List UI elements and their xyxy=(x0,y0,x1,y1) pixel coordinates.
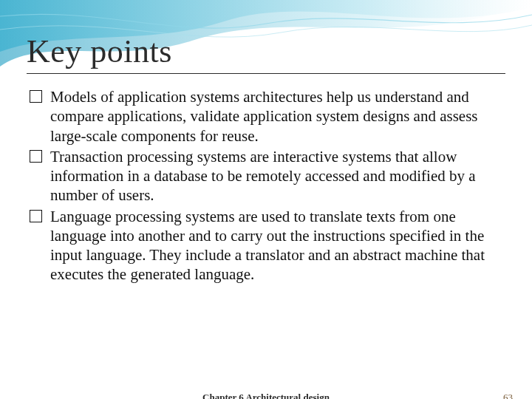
bullet-item: Language processing systems are used to … xyxy=(30,207,502,284)
bullet-item: Transaction processing systems are inter… xyxy=(30,147,502,205)
bullet-item: Models of application systems architectu… xyxy=(30,87,502,146)
bullet-list: Models of application systems architectu… xyxy=(27,87,505,284)
slide-title: Key points xyxy=(27,33,505,70)
title-rule xyxy=(27,73,505,74)
slide: Key points Models of application systems… xyxy=(0,0,532,399)
